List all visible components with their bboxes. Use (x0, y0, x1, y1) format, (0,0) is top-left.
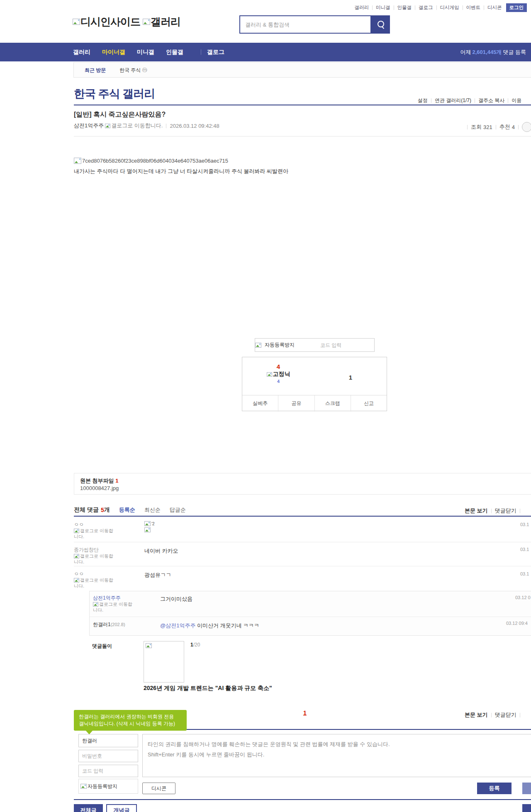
util-link-gallog[interactable]: 갤로그 (419, 5, 433, 11)
recent-visit-gallery-link[interactable]: 한국 주식 ⓜ (119, 67, 147, 74)
close-comments-link[interactable]: 댓글닫기 (495, 507, 516, 515)
broken-dccon-icon (144, 521, 151, 526)
comment-author[interactable]: ㅇㅇ (74, 571, 84, 578)
divider (394, 5, 394, 10)
nav-item-minor-gallery[interactable]: 마이너갤 (102, 49, 125, 56)
site-logo[interactable]: 디시인사이드 갤러리 (73, 15, 180, 29)
close-comments-link[interactable]: 댓글닫기 (495, 711, 516, 719)
broken-captcha-image-icon (255, 343, 261, 348)
divider (518, 125, 519, 129)
nav-item-gallog[interactable]: 갤로그 (207, 49, 224, 56)
gallog-link[interactable]: 갤로그로 이동합니다. (111, 122, 163, 129)
share-button[interactable]: 공유 (278, 395, 314, 412)
attachment-file-link[interactable]: 1000008427.jpg (80, 485, 119, 491)
comment-bot-label: 댓글돌이 (92, 643, 112, 650)
comment-gallog-link[interactable]: 갤로그로 이동합니다. (93, 601, 136, 613)
nav-item-mini-gallery[interactable]: 미니갤 (137, 49, 154, 56)
comment-page-1[interactable]: 1 (303, 710, 307, 716)
gallery-title[interactable]: 한국 주식 갤러리 (74, 86, 155, 101)
comment-gallog-link[interactable]: 갤로그로 이동합니다. (74, 577, 117, 589)
divider (74, 516, 531, 517)
comment-text: 광섬유ㄱㄱ (144, 571, 171, 579)
mention-link[interactable]: @삼전1억주주 (160, 622, 195, 629)
captcha-image-alt: 자동등록방지 (265, 341, 295, 349)
search-input[interactable] (240, 16, 370, 33)
comment-time: 03.1 (520, 522, 529, 527)
settings-link[interactable]: 설정 (418, 97, 428, 104)
comment-submit-button-secondary[interactable]: 등록 (522, 783, 531, 794)
fixed-nick-label: 고정닉 (242, 371, 314, 378)
comment-notice-line1: 타인의 권리를 침해하거나 명예를 훼손하는 댓글은 운영원칙 및 관련 법률에… (148, 739, 531, 750)
util-link-dcgame[interactable]: 디시게임 (440, 5, 459, 11)
post-body-text: 내가사는 주식마다 다 떨어지는데 내가 그냥 너 타살시켜줄라니까 주식 불러… (74, 168, 288, 175)
comments-count-suffix: 개 (104, 506, 110, 514)
util-link-gallery[interactable]: 갤러리 (355, 5, 369, 11)
divider (484, 5, 484, 10)
comment-author[interactable]: ㅇㅇ (74, 521, 84, 528)
banner-title-link[interactable]: 2026년 게임 개발 트렌드는 "AI 활용과 규모 축소" (144, 685, 272, 692)
upvote-area[interactable]: 4 고정닉 4 (242, 357, 314, 395)
comment-submit-button[interactable]: 등록 (477, 783, 512, 794)
util-link-persongall[interactable]: 인물갤 (397, 5, 412, 11)
comment-time: 03.12 09:4 (506, 621, 528, 626)
comment-code-input[interactable] (78, 765, 138, 777)
divider (74, 105, 531, 105)
captcha-image-alt: 자동등록방지 (88, 783, 117, 790)
copy-url-link[interactable]: 갤주소 복사 (478, 97, 504, 104)
divider (74, 136, 531, 137)
report-button[interactable]: 신고 (351, 395, 387, 412)
captcha-box: 자동등록방지 (255, 338, 375, 352)
tab-best-posts[interactable]: 개념글 (106, 804, 137, 812)
view-post-link[interactable]: 본문 보기 (465, 507, 488, 515)
nav-item-gallery[interactable]: 갤러리 (73, 49, 90, 56)
banner-counter-total: /20 (193, 642, 200, 648)
comment-time: 03.1 (520, 571, 529, 576)
divider (74, 799, 531, 800)
post-broken-image: 7ced8076b58260f23ce898bf06d604034e640753… (74, 158, 228, 164)
sort-newest-tab[interactable]: 최신순 (144, 506, 161, 514)
comment-refresh-icon[interactable] (522, 122, 531, 132)
view-post-link[interactable]: 본문 보기 (465, 711, 488, 719)
comment-password-input[interactable] (78, 750, 138, 762)
reply-author[interactable]: 삼전1억주주 (93, 595, 121, 602)
divider (496, 125, 496, 129)
vote-box: 4 고정닉 4 1 실베추 공유 스크랩 신고 (242, 357, 387, 411)
divider (436, 5, 437, 10)
comment-gallog-link[interactable]: 갤로그로 이동합니다. (74, 553, 117, 565)
sort-reply-tab[interactable]: 답글순 (170, 506, 186, 514)
reply-text-body: 이미산거 개웃기네 ㅋㅋㅋ (195, 622, 259, 629)
comment-nickname-input[interactable] (78, 734, 138, 747)
broken-logo-image-icon (143, 19, 150, 25)
gallery-head-links: 설정 연관 갤러리(1/7) 갤주소 복사 이용 (418, 97, 521, 104)
sort-registered-tab[interactable]: 등록순 (119, 506, 135, 514)
nav-item-person-gallery[interactable]: 인물갤 (166, 49, 183, 56)
banner-image[interactable] (144, 641, 184, 683)
search-button[interactable] (371, 15, 390, 34)
dccon-alt-text: '2 (151, 522, 154, 526)
comment-author[interactable]: 종가씹창단 (74, 546, 99, 554)
dccon-button[interactable]: 디시콘 (142, 783, 175, 794)
comment-textarea[interactable]: 타인의 권리를 침해하거나 명예를 훼손하는 댓글은 운영원칙 및 관련 법률에… (142, 734, 531, 777)
divider (431, 98, 431, 103)
scrap-button[interactable]: 스크랩 (314, 395, 351, 412)
util-link-event[interactable]: 이벤트 (466, 5, 481, 11)
util-link-minigall[interactable]: 미니갤 (376, 5, 390, 11)
tab-all-posts[interactable]: 전체글 (74, 804, 103, 812)
downvote-area[interactable]: 1 (314, 357, 387, 395)
captcha-code-input[interactable] (319, 342, 374, 349)
realbest-button[interactable]: 실베추 (242, 395, 278, 412)
login-button[interactable]: 로그인 (506, 3, 527, 12)
comment-gallog-link[interactable]: 갤로그로 이동합니다. (74, 528, 117, 540)
post-date: 2026.03.12 09:42:48 (170, 123, 219, 129)
attachment-count: 1 (115, 478, 118, 484)
reply-author-ip: (202.8) (111, 622, 125, 627)
comment-notice-line2: Shift+Enter 키를 동시에 누르면 줄바꿈이 됩니다. (148, 750, 531, 760)
reply-author[interactable]: 한갤러1(202.8) (93, 621, 125, 628)
util-link-dccon[interactable]: 디시콘 (487, 5, 502, 11)
post-author[interactable]: 삼전1억주주 (74, 122, 104, 129)
guide-link[interactable]: 이용 (512, 97, 521, 104)
recommend-count: 4 (512, 124, 515, 130)
bottom-right-button[interactable] (522, 804, 531, 812)
comments-count: 5 (101, 507, 104, 513)
related-galleries-link[interactable]: 연관 갤러리(1/7) (435, 97, 471, 104)
